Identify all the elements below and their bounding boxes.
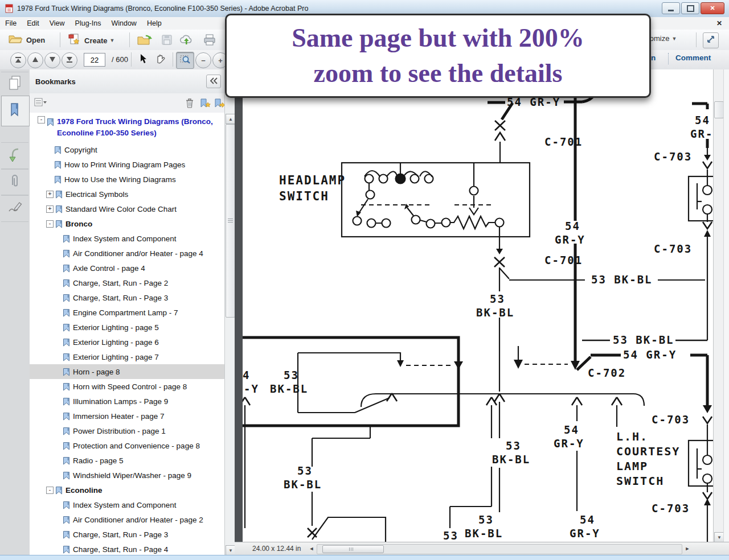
bookmark-item-label[interactable]: Horn - page 8 <box>73 368 120 376</box>
menu-file[interactable]: File <box>0 18 22 28</box>
bookmark-item[interactable]: Horn - page 8 <box>30 364 224 379</box>
bookmark-item[interactable]: Engine Compartment Lamp - 7 <box>30 305 224 320</box>
bookmark-item[interactable]: Exterior Lighting - page 5 <box>30 320 224 335</box>
scrollbar-thumb[interactable] <box>226 124 235 318</box>
bookmark-item[interactable]: Index System and Component <box>30 497 224 512</box>
save-button[interactable] <box>161 34 173 48</box>
bookmark-item[interactable]: -Econoline <box>30 483 224 497</box>
menu-help[interactable]: Help <box>142 18 167 28</box>
bookmark-item-label[interactable]: Index System and Component <box>73 501 177 509</box>
bookmark-item-label[interactable]: Air Conditioner and/or Heater - page 2 <box>73 516 203 524</box>
zoom-out-button[interactable]: − <box>195 52 211 68</box>
bookmark-item[interactable]: Charge, Start, Run - Page 3 <box>30 290 224 305</box>
bookmark-item-label[interactable]: Immersion Heater - page 7 <box>73 412 165 421</box>
bookmark-item[interactable]: Windshield Wiper/Washer - page 9 <box>30 468 224 483</box>
collapse-expander-icon[interactable]: - <box>46 487 54 494</box>
menu-view[interactable]: View <box>44 18 70 28</box>
bookmark-item-label[interactable]: 1978 Ford Truck Wiring Diagrams (Bronco,… <box>57 116 216 139</box>
marquee-zoom-button[interactable] <box>176 52 194 69</box>
bookmark-item-label[interactable]: Charge, Start, Run - Page 4 <box>73 545 168 554</box>
bookmark-item-label[interactable]: How to Print Wiring Diagram Pages <box>64 160 185 169</box>
vscroll-thumb[interactable] <box>714 101 724 118</box>
hand-tool-button[interactable] <box>151 52 169 68</box>
menu-edit[interactable]: Edit <box>22 18 44 28</box>
bookmark-item[interactable]: Charge, Start, Run - Page 3 <box>30 527 224 542</box>
bookmark-item-label[interactable]: Charge, Start, Run - Page 2 <box>73 279 168 287</box>
bookmark-item[interactable]: -1978 Ford Truck Wiring Diagrams (Bronco… <box>30 116 224 142</box>
bookmark-item[interactable]: How to Print Wiring Diagram Pages <box>30 157 224 172</box>
bookmark-item[interactable]: Immersion Heater - page 7 <box>30 409 224 423</box>
page-thumbnails-button[interactable] <box>1 72 28 97</box>
new-bookmark-button[interactable] <box>199 98 211 111</box>
bookmark-item-label[interactable]: Air Conditioner and/or Heater - page 4 <box>73 249 203 258</box>
bookmark-item-label[interactable]: Exterior Lighting - page 5 <box>73 323 159 332</box>
upload-cloud-button[interactable] <box>179 34 194 48</box>
bookmark-item-label[interactable]: Index System and Component <box>73 234 177 243</box>
bookmark-item[interactable]: Protection and Convenience - page 8 <box>30 438 224 453</box>
document-hscrollbar[interactable] <box>317 544 682 554</box>
combine-files-button[interactable] <box>137 34 152 48</box>
bookmark-item-label[interactable]: Copyright <box>64 146 97 154</box>
print-button[interactable] <box>203 34 216 48</box>
bookmark-item[interactable]: Axle Control - page 4 <box>30 261 224 275</box>
bookmark-options-button[interactable] <box>34 98 47 109</box>
bookmark-item-label[interactable]: Charge, Start, Run - Page 3 <box>73 294 168 302</box>
bookmark-item[interactable]: Copyright <box>30 142 224 157</box>
bookmark-item-label[interactable]: Econoline <box>65 486 103 495</box>
minimize-button[interactable] <box>662 2 680 14</box>
last-page-button[interactable] <box>62 52 77 68</box>
collapse-expander-icon[interactable]: - <box>38 116 45 123</box>
bookmark-item-label[interactable]: Radio - page 5 <box>73 456 124 465</box>
bookmark-item[interactable]: Radio - page 5 <box>30 453 224 468</box>
bookmark-item[interactable]: Illumination Lamps - Page 9 <box>30 394 224 409</box>
bookmarks-panel-button[interactable] <box>1 96 30 126</box>
bookmark-item[interactable]: Charge, Start, Run - Page 4 <box>30 542 224 555</box>
bookmark-item[interactable]: Exterior Lighting - page 7 <box>30 349 224 364</box>
menu-plugins[interactable]: Plug-Ins <box>70 18 107 28</box>
document-vscrollbar[interactable]: ▼ <box>713 69 724 542</box>
collapse-panel-button[interactable] <box>206 75 221 88</box>
bookmark-item-label[interactable]: Illumination Lamps - Page 9 <box>73 397 168 406</box>
bookmark-item-label[interactable]: Charge, Start, Run - Page 3 <box>73 530 168 539</box>
bookmark-item-label[interactable]: Power Distribution - page 1 <box>73 427 166 435</box>
hscroll-right-button[interactable]: ► <box>683 545 691 553</box>
delete-bookmark-button[interactable] <box>185 98 194 110</box>
bookmark-item[interactable]: Horn with Speed Control - page 8 <box>30 379 224 394</box>
first-page-button[interactable] <box>10 52 26 68</box>
bookmark-item-label[interactable]: Standard Wire Color Code Chart <box>65 205 177 213</box>
bookmark-arrow-button[interactable] <box>214 98 226 111</box>
bookmark-item-label[interactable]: How to Use the Wiring Diagrams <box>64 175 176 184</box>
bookmark-item[interactable]: Power Distribution - page 1 <box>30 423 224 438</box>
signatures-button[interactable] <box>1 195 28 222</box>
hscroll-left-button[interactable]: ◄ <box>308 545 316 553</box>
bookmark-item-label[interactable]: Protection and Convenience - page 8 <box>73 442 200 450</box>
bookmark-item-label[interactable]: Horn with Speed Control - page 8 <box>73 382 187 391</box>
expand-expander-icon[interactable]: + <box>46 205 54 213</box>
bookmark-item-label[interactable]: Exterior Lighting - page 7 <box>73 353 159 361</box>
bookmark-item[interactable]: -Bronco <box>30 216 224 231</box>
bookmark-item-label[interactable]: Windshield Wiper/Washer - page 9 <box>73 471 191 480</box>
menu-window[interactable]: Window <box>106 18 141 28</box>
page-number-input[interactable] <box>84 53 105 67</box>
bookmark-item[interactable]: How to Use the Wiring Diagrams <box>30 172 224 187</box>
close-menubar-icon[interactable]: ✕ <box>716 19 722 27</box>
bookmark-item-label[interactable]: Electrical Symbols <box>65 190 128 199</box>
bookmark-item-label[interactable]: Bronco <box>65 220 92 228</box>
uturn-arrow-button[interactable] <box>1 142 28 170</box>
pdf-page[interactable]: HEADLAMPSWITCH54 GR-YC-70154GR-YC-70153 … <box>243 69 713 542</box>
maximize-button[interactable] <box>681 2 699 14</box>
bookmark-item[interactable]: Air Conditioner and/or Heater - page 2 <box>30 512 224 527</box>
hscroll-thumb[interactable] <box>322 545 384 553</box>
previous-page-button[interactable] <box>27 52 43 68</box>
bookmark-item[interactable]: Charge, Start, Run - Page 2 <box>30 275 224 290</box>
select-tool-button[interactable] <box>134 52 151 68</box>
bookmark-item[interactable]: Exterior Lighting - page 6 <box>30 335 224 349</box>
bookmark-item[interactable]: Air Conditioner and/or Heater - page 4 <box>30 246 224 261</box>
bookmark-item[interactable]: Index System and Component <box>30 231 224 246</box>
collapse-expander-icon[interactable]: - <box>46 220 54 228</box>
bookmark-item-label[interactable]: Axle Control - page 4 <box>73 264 145 273</box>
next-page-button[interactable] <box>44 52 60 68</box>
tab-comment[interactable]: Comment <box>675 53 711 62</box>
bookmark-item[interactable]: +Standard Wire Color Code Chart <box>30 201 224 216</box>
attachments-button[interactable] <box>1 168 28 196</box>
